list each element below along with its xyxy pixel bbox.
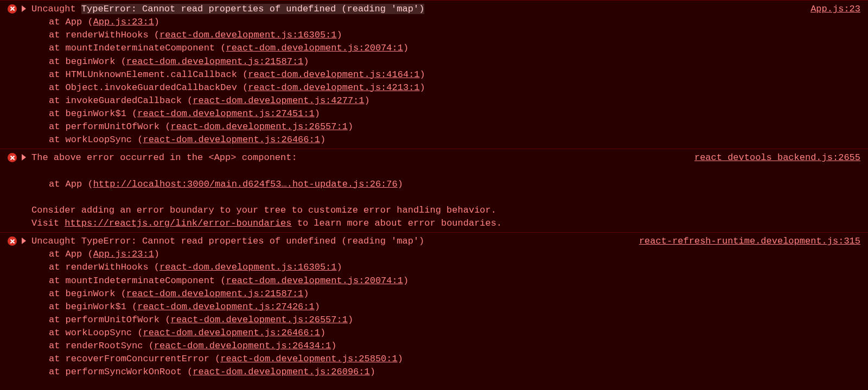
console-error-entry: The above error occurred in the <App> co… xyxy=(0,149,868,232)
console-error-entry: Uncaught TypeError: Cannot read properti… xyxy=(0,232,868,381)
stack-source-link[interactable]: react-dom.development.js:26557:1 xyxy=(170,122,347,132)
stack-frame: at beginWork (react-dom.development.js:2… xyxy=(49,287,868,301)
stack-source-link[interactable]: react-dom.development.js:16305:1 xyxy=(159,262,336,272)
stack-source-link[interactable]: react-dom.development.js:4164:1 xyxy=(248,69,419,80)
stack-frame: at beginWork$1 (react-dom.development.js… xyxy=(49,301,868,314)
stack-frame: at performSyncWorkOnRoot (react-dom.deve… xyxy=(49,366,868,379)
stack-frame: at renderWithHooks (react-dom.developmen… xyxy=(49,261,868,274)
stack-frame: at Object.invokeGuardedCallbackDev (reac… xyxy=(49,81,868,94)
stack-source-link[interactable]: react-dom.development.js:26557:1 xyxy=(170,315,347,325)
stack-frame: at beginWork (react-dom.development.js:2… xyxy=(49,55,868,68)
stack-frame: at performUnitOfWork (react-dom.developm… xyxy=(49,314,868,327)
error-icon xyxy=(8,236,17,246)
stack-source-link[interactable]: react-dom.development.js:27426:1 xyxy=(137,302,314,312)
source-link[interactable]: react-refresh-runtime.development.js:315 xyxy=(639,236,860,246)
advice-text: Visit https://reactjs.org/link/error-bou… xyxy=(0,217,868,230)
stack-source-link[interactable]: react-dom.development.js:20074:1 xyxy=(226,276,403,286)
stack-frame: at App (App.js:23:1) xyxy=(49,248,868,261)
stack-frame: at invokeGuardedCallback (react-dom.deve… xyxy=(49,94,868,107)
stack-source-link[interactable]: react-dom.development.js:4213:1 xyxy=(248,82,419,93)
stack-source-link[interactable]: react-dom.development.js:21587:1 xyxy=(126,289,303,299)
console-error-entry: Uncaught TypeError: Cannot read properti… xyxy=(0,0,868,149)
stack-frame: at workLoopSync (react-dom.development.j… xyxy=(49,327,868,340)
source-link[interactable]: App.js:23 xyxy=(810,4,860,14)
error-icon xyxy=(8,153,17,162)
error-message: The above error occurred in the <App> co… xyxy=(31,152,297,163)
expand-caret-icon[interactable] xyxy=(22,154,26,161)
stack-frame: at beginWork$1 (react-dom.development.js… xyxy=(49,107,868,120)
error-prefix: Uncaught xyxy=(31,4,81,14)
source-link[interactable]: react_devtools_backend.js:2655 xyxy=(694,152,860,163)
stack-frame: at mountIndeterminateComponent (react-do… xyxy=(49,42,868,55)
stack-trace: at App (App.js:23:1) at renderWithHooks … xyxy=(0,248,868,379)
stack-frame: at workLoopSync (react-dom.development.j… xyxy=(49,133,868,146)
error-message: Uncaught TypeError: Cannot read properti… xyxy=(31,236,424,246)
stack-source-link[interactable]: react-dom.development.js:16305:1 xyxy=(159,30,336,40)
stack-source-link[interactable]: App.js:23:1 xyxy=(93,17,154,27)
expand-caret-icon[interactable] xyxy=(22,238,26,244)
stack-frame: at App (http://localhost:3000/main.d624f… xyxy=(49,178,868,191)
stack-source-link[interactable]: react-dom.development.js:4277:1 xyxy=(193,95,364,106)
stack-frame: at recoverFromConcurrentError (react-dom… xyxy=(49,353,868,366)
stack-source-link[interactable]: react-dom.development.js:21587:1 xyxy=(126,56,303,67)
stack-source-link[interactable]: react-dom.development.js:25850:1 xyxy=(220,354,397,364)
docs-link[interactable]: https://reactjs.org/link/error-boundarie… xyxy=(65,218,291,228)
stack-frame: at renderWithHooks (react-dom.developmen… xyxy=(49,29,868,42)
stack-frame: at App (App.js:23:1) xyxy=(49,16,868,29)
stack-source-link[interactable]: react-dom.development.js:26466:1 xyxy=(143,135,320,145)
stack-frame: at performUnitOfWork (react-dom.developm… xyxy=(49,120,868,133)
stack-source-link[interactable]: http://localhost:3000/main.d624f53….hot-… xyxy=(93,179,398,189)
stack-frame: at HTMLUnknownElement.callCallback (reac… xyxy=(49,68,868,81)
error-icon xyxy=(8,4,17,14)
stack-source-link[interactable]: App.js:23:1 xyxy=(93,249,154,259)
error-message-highlighted: TypeError: Cannot read properties of und… xyxy=(81,4,425,14)
advice-text: Consider adding an error boundary to you… xyxy=(0,204,868,217)
stack-trace: at App (App.js:23:1) at renderWithHooks … xyxy=(0,16,868,146)
expand-caret-icon[interactable] xyxy=(22,5,26,12)
stack-source-link[interactable]: react-dom.development.js:27451:1 xyxy=(137,108,314,119)
stack-frame: at renderRootSync (react-dom.development… xyxy=(49,340,868,353)
stack-source-link[interactable]: react-dom.development.js:26434:1 xyxy=(154,341,331,351)
stack-trace: at App (http://localhost:3000/main.d624f… xyxy=(0,178,868,191)
stack-source-link[interactable]: react-dom.development.js:26096:1 xyxy=(193,367,369,377)
stack-source-link[interactable]: react-dom.development.js:26466:1 xyxy=(143,328,320,338)
stack-frame: at mountIndeterminateComponent (react-do… xyxy=(49,274,868,287)
stack-source-link[interactable]: react-dom.development.js:20074:1 xyxy=(226,43,403,53)
